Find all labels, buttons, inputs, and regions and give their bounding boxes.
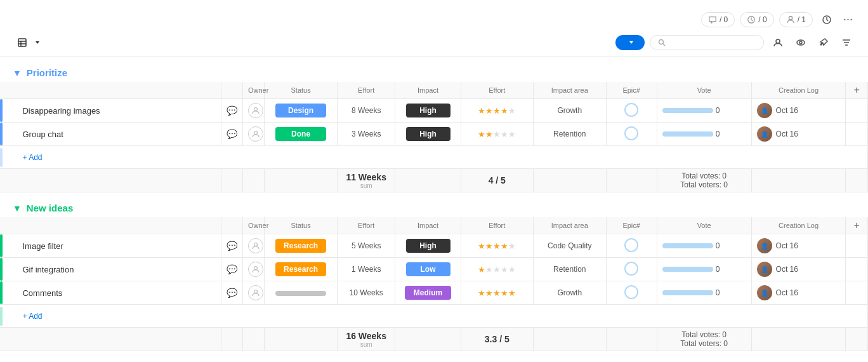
epic-cell-1-0[interactable] xyxy=(606,234,657,258)
activity-count: / 0 xyxy=(758,15,766,24)
epic-cell-1-2[interactable] xyxy=(606,281,657,305)
impact-cell-1-1[interactable]: Low xyxy=(395,258,461,281)
section-chevron-new-ideas[interactable]: ▼ xyxy=(13,203,22,213)
col-impact-label-1: Impact xyxy=(395,217,461,234)
comment-cell-0-0[interactable]: 💬 xyxy=(221,99,242,123)
star-1: ★ xyxy=(478,241,485,251)
activity-stat[interactable]: / 0 xyxy=(740,12,773,27)
chevron-down-icon xyxy=(34,39,41,46)
search-bar[interactable] xyxy=(650,35,764,50)
add-row-label-prioritize[interactable]: + Add xyxy=(17,146,867,169)
epic-circle-1-1[interactable] xyxy=(624,262,638,276)
stars-cell-1-1[interactable]: ★★★★★ xyxy=(461,258,534,281)
comment-cell-1-0[interactable]: 💬 xyxy=(221,234,242,258)
comment-stat[interactable]: / 0 xyxy=(701,12,735,27)
owner-avatar-1-0[interactable] xyxy=(248,238,263,253)
vote-cell-1-1[interactable]: 0 xyxy=(657,258,751,281)
col-effort-label-0: Effort xyxy=(337,82,395,99)
col-impact-area-label-0: Impact area xyxy=(534,82,607,99)
add-row-prioritize[interactable]: + Add xyxy=(0,146,868,169)
table-prioritize: Owner Status Effort Impact Effort Impact… xyxy=(0,82,868,192)
owner-avatar-1-1[interactable] xyxy=(248,262,263,277)
filter-icon-btn[interactable] xyxy=(838,34,855,51)
epic-cell-0-1[interactable] xyxy=(606,123,657,146)
owner-avatar-0-1[interactable] xyxy=(248,126,263,142)
creator-avatar-0-1: 👤 xyxy=(757,126,772,142)
effort-cell-1-2: 10 Weeks xyxy=(337,281,395,305)
vote-cell-0-0[interactable]: 0 xyxy=(657,99,751,123)
star-3: ★ xyxy=(493,265,501,274)
stars-cell-0-1[interactable]: ★★★★★ xyxy=(461,123,534,146)
status-cell-1-1[interactable]: Research xyxy=(265,258,338,281)
owner-avatar-1-2[interactable] xyxy=(248,285,263,300)
impact-cell-0-1[interactable]: High xyxy=(395,123,461,146)
status-badge-1-2 xyxy=(275,291,326,296)
impact-cell-1-0[interactable]: High xyxy=(395,234,461,258)
section-title-new-ideas[interactable]: New ideas xyxy=(27,203,73,213)
star-4: ★ xyxy=(501,106,508,116)
epic-circle-1-0[interactable] xyxy=(624,238,638,252)
vote-cell-1-2[interactable]: 0 xyxy=(657,281,751,305)
row-add-1-2 xyxy=(846,281,868,305)
eye-icon-btn[interactable] xyxy=(792,34,810,51)
status-cell-1-0[interactable]: Research xyxy=(265,234,338,258)
row-add-1-1 xyxy=(846,258,868,281)
col-add-1[interactable]: + xyxy=(846,217,868,234)
stars-cell-1-2[interactable]: ★★★★★ xyxy=(461,281,534,305)
impact-area-cell-1-1: Retention xyxy=(534,258,607,281)
comment-cell-1-2[interactable]: 💬 xyxy=(221,281,242,305)
table-container-prioritize: Owner Status Effort Impact Effort Impact… xyxy=(0,82,868,192)
stars-cell-0-0[interactable]: ★★★★★ xyxy=(461,99,534,123)
row-indicator-0-1 xyxy=(0,123,17,146)
row-add-0-0 xyxy=(846,99,868,123)
col-owner-label-1: Owner xyxy=(243,217,265,234)
more-options-btn[interactable]: ··· xyxy=(841,10,855,29)
section-header-new-ideas: ▼ New ideas xyxy=(0,199,868,217)
section-title-prioritize[interactable]: Prioritize xyxy=(27,67,67,78)
clock-icon-btn[interactable] xyxy=(818,11,836,29)
vote-cell-0-1[interactable]: 0 xyxy=(657,123,751,146)
owner-cell-1-0[interactable] xyxy=(243,234,265,258)
vote-cell-1-0[interactable]: 0 xyxy=(657,234,751,258)
search-icon xyxy=(658,39,666,46)
main-table-button[interactable] xyxy=(13,36,46,50)
owner-cell-0-1[interactable] xyxy=(243,123,265,146)
star-1: ★ xyxy=(478,130,485,139)
pin-icon-btn[interactable] xyxy=(815,34,832,51)
impact-cell-1-2[interactable]: Medium xyxy=(395,281,461,305)
owner-cell-0-0[interactable] xyxy=(243,99,265,123)
col-vote-label-0: Vote xyxy=(657,82,751,99)
col-item-1 xyxy=(17,217,221,234)
add-row-label-new-ideas[interactable]: + Add xyxy=(17,305,867,328)
status-cell-0-0[interactable]: Design xyxy=(265,99,338,123)
section-chevron-prioritize[interactable]: ▼ xyxy=(13,68,22,78)
impact-cell-0-0[interactable]: High xyxy=(395,99,461,123)
vote-bar-0-0 xyxy=(662,108,713,113)
status-cell-1-2[interactable] xyxy=(265,281,338,305)
epic-circle-0-0[interactable] xyxy=(624,103,638,117)
comment-cell-1-1[interactable]: 💬 xyxy=(221,258,242,281)
profile-icon-btn[interactable] xyxy=(769,34,787,51)
status-cell-0-1[interactable]: Done xyxy=(265,123,338,146)
col-effort-label-1: Effort xyxy=(337,217,395,234)
col-epic-label-0: Epic# xyxy=(606,82,657,99)
comment-cell-0-1[interactable]: 💬 xyxy=(221,123,242,146)
new-item-button[interactable] xyxy=(615,35,645,50)
epic-cell-0-0[interactable] xyxy=(606,99,657,123)
impact-area-cell-1-0: Code Quality xyxy=(534,234,607,258)
star-5: ★ xyxy=(508,130,516,139)
person-stat[interactable]: / 1 xyxy=(779,12,813,27)
owner-cell-1-2[interactable] xyxy=(243,281,265,305)
summary-row-new-ideas: 16 Weeks sum 3.3 / 5 Total votes: 0 Tota… xyxy=(0,328,868,351)
epic-circle-1-2[interactable] xyxy=(624,285,638,299)
col-add-0[interactable]: + xyxy=(846,82,868,99)
epic-cell-1-1[interactable] xyxy=(606,258,657,281)
owner-avatar-0-0[interactable] xyxy=(248,103,263,118)
owner-cell-1-1[interactable] xyxy=(243,258,265,281)
epic-circle-0-1[interactable] xyxy=(624,126,638,140)
svg-point-18 xyxy=(254,267,258,270)
add-row-new-ideas[interactable]: + Add xyxy=(0,305,868,328)
stars-cell-1-0[interactable]: ★★★★★ xyxy=(461,234,534,258)
table-row: Gif integration 💬 Research 1 Weeks Low ★… xyxy=(0,258,868,281)
star-2: ★ xyxy=(485,106,493,116)
